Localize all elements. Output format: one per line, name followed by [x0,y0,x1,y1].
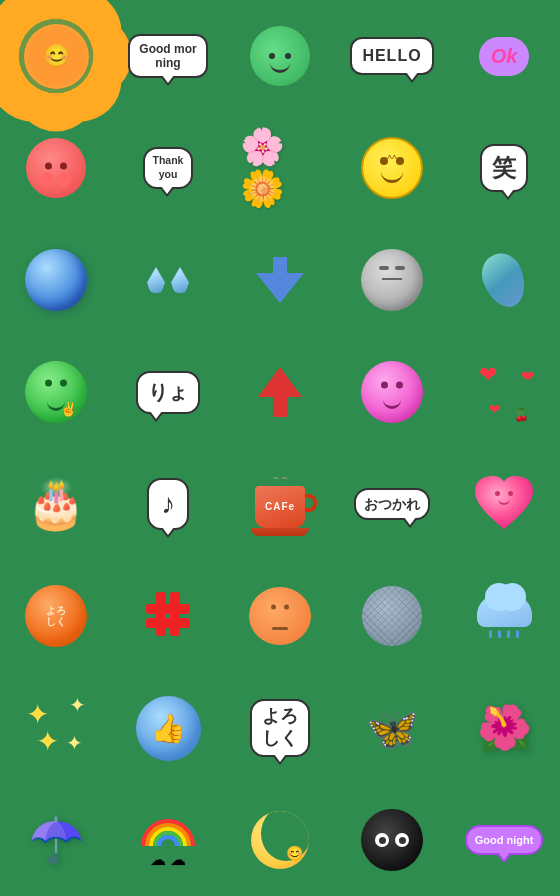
cloud-icon-right: ☁ [170,850,186,869]
cloud-row: ☁ ☁ [150,850,186,869]
cell-yellow-smiley[interactable]: ^^ [336,112,448,224]
cell-green-smiley[interactable] [224,0,336,112]
otsukare-text: おつかれ [364,496,420,512]
cell-yoroshiku[interactable]: よろしく [224,672,336,784]
yarn-lines [362,586,422,646]
rain-drop-4 [516,630,519,638]
good-night-bubble: Good night [465,825,544,855]
laugh-kanji-bubble: 笑 [480,144,528,192]
red-flower-sticker: 🌺 [477,702,532,754]
pink-smiley-sticker [361,361,423,423]
heart-2: ❤ [521,367,534,386]
cell-otsukare[interactable]: おつかれ [336,448,448,560]
cell-sparkles[interactable]: ✦ ✦ ✦ ✦ [0,672,112,784]
orange-sticker: よろしく [25,585,87,647]
red-char-sticker [26,138,86,198]
otsukare-bubble: おつかれ [354,488,430,520]
cell-blue-arrow[interactable] [224,224,336,336]
heart-1: ❤ [479,362,497,388]
cell-pink-heart[interactable] [448,448,560,560]
cell-ok[interactable]: Ok [448,0,560,112]
orange-text: よろしく [46,605,66,627]
moon-face: 😊 [286,845,303,861]
cafe-text: CAFe [265,501,295,512]
cell-cloud-rain[interactable] [448,560,560,672]
cell-water-drops[interactable] [112,224,224,336]
cell-black-eye[interactable] [336,784,448,896]
cell-blue-ball[interactable] [0,224,112,336]
red-arrow-sticker [258,367,302,417]
cell-umbrella[interactable]: ☂️ [0,784,112,896]
heart-3: ❤ [489,401,501,417]
sparkle-2: ✦ [69,693,86,717]
yoroshiku-text: よろしく [262,706,298,748]
rainbow-sticker: ☁ ☁ [138,812,198,869]
cell-laugh-kanji[interactable]: 笑 [448,112,560,224]
cell-good-morning[interactable]: Good mor ning [112,0,224,112]
red-hash-sticker [142,588,194,644]
svg-rect-3 [146,618,190,628]
yoroshiku-bubble: よろしく [250,699,310,756]
cell-hearts[interactable]: ❤ ❤ ❤ 🍒 [448,336,560,448]
cell-sun[interactable]: 😊 [0,0,112,112]
rain-drop-1 [489,630,492,638]
music-note-bubble: ♪ [147,478,189,530]
drop-1 [147,267,165,293]
cell-thank-you[interactable]: Thankyou [112,112,224,224]
drop-2 [171,267,189,293]
rainbow-svg [138,812,198,848]
moon-sticker: 😊 [251,811,309,869]
cell-hello[interactable]: HELLO [336,0,448,112]
sparkles-sticker: ✦ ✦ ✦ ✦ [21,693,91,763]
cell-red-flower[interactable]: 🌺 [448,672,560,784]
gray-robot-sticker [361,249,423,311]
cup-body: CAFe [255,486,305,528]
orange-face-sticker [249,587,311,645]
cell-butterfly[interactable]: 🦋 [336,672,448,784]
rain-drop-3 [507,630,510,638]
red-arrow-head [258,367,302,397]
cell-red-arrow[interactable] [224,336,336,448]
rain-drops [489,630,519,638]
cell-pink-smiley[interactable] [336,336,448,448]
sparkle-3: ✦ [36,725,59,758]
ok-bubble: Ok [479,37,530,76]
cell-red-hash[interactable] [112,560,224,672]
cloud-body [477,595,532,627]
pupil-2 [399,837,406,844]
hello-bubble: HELLO [350,37,433,75]
cell-orange-round[interactable]: よろしく [0,560,112,672]
butterfly-sticker: 🦋 [366,704,418,753]
black-eye-sticker [361,809,423,871]
svg-rect-2 [146,604,190,614]
cell-gray-robot[interactable] [336,224,448,336]
pupil-1 [379,837,386,844]
cell-cafe[interactable]: ~ ~ CAFe [224,448,336,560]
cell-rainbow[interactable]: ☁ ☁ [112,784,224,896]
teardrop-sticker [476,247,532,312]
ryo-text: りょ [148,381,188,403]
cell-good-night[interactable]: Good night [448,784,560,896]
cell-blue-thumb[interactable]: 👍 [112,672,224,784]
cell-moon[interactable]: 😊 [224,784,336,896]
eye-white-1 [375,833,389,847]
ok-text: Ok [491,45,518,67]
cell-flowers[interactable]: 🌸🌼 [224,112,336,224]
cafe-cup-sticker: ~ ~ CAFe [251,473,309,536]
blue-ball-sticker [25,249,87,311]
green-peace-sticker: ✌ [25,361,87,423]
cell-cake[interactable]: 🎂 [0,448,112,560]
cell-ryo[interactable]: りょ [112,336,224,448]
cell-green-peace[interactable]: ✌ [0,336,112,448]
hash-svg [142,588,194,640]
cell-music-note[interactable]: ♪ [112,448,224,560]
sticker-grid: 😊 Good mor ning HELLO [0,0,560,896]
cell-red-char[interactable] [0,112,112,224]
ryo-bubble: りょ [136,371,200,414]
good-night-text: Good night [475,834,534,846]
cell-teardrop[interactable] [448,224,560,336]
cell-orange-face[interactable] [224,560,336,672]
green-smiley-sticker [250,26,310,86]
cell-yarn[interactable] [336,560,448,672]
heart-face [495,491,513,505]
